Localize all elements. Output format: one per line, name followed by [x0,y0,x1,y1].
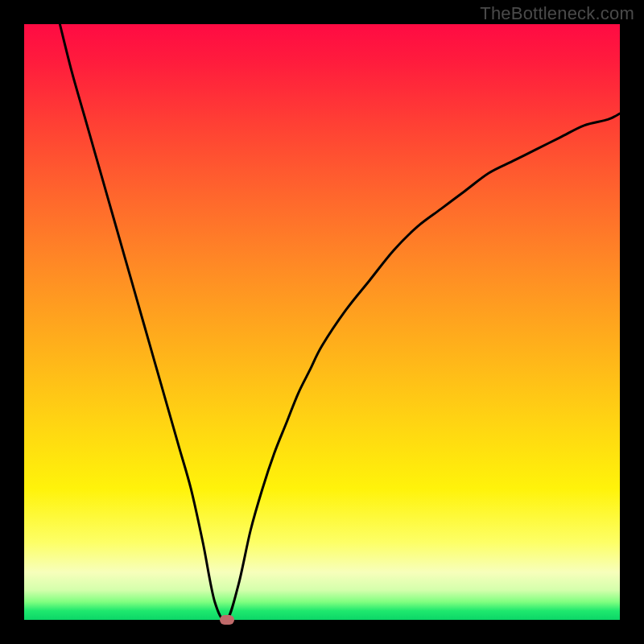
attribution-label: TheBottleneck.com [480,3,634,24]
bottleneck-curve [24,24,620,620]
minimum-marker [220,615,234,625]
chart-frame: TheBottleneck.com [0,0,644,644]
plot-area [24,24,620,620]
